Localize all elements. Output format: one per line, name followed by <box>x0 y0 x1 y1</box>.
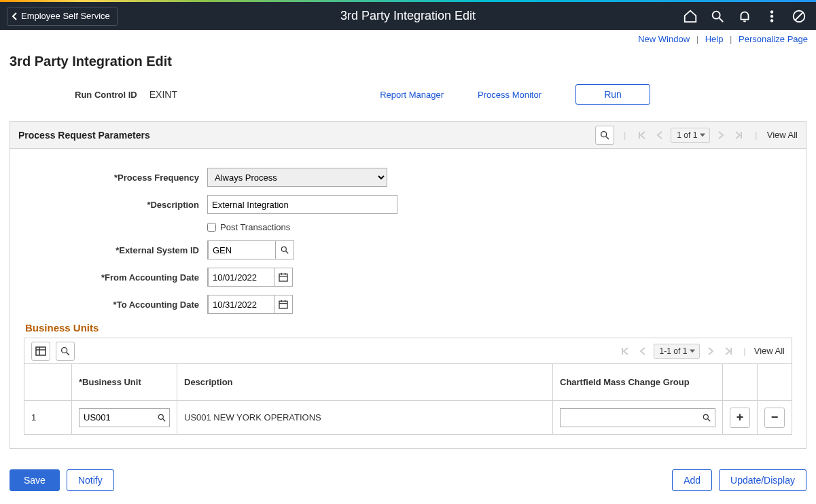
first-record-icon[interactable] <box>635 128 649 142</box>
to-date-calendar-icon[interactable] <box>274 299 292 310</box>
from-date-calendar-icon[interactable] <box>274 272 292 283</box>
section-header: Process Request Parameters | 1 of 1 | Vi… <box>10 122 806 149</box>
to-accounting-date-label: *To Accounting Date <box>24 300 207 310</box>
business-units-grid: *Business Unit Description Chartfield Ma… <box>24 363 792 435</box>
svg-line-1 <box>720 18 724 22</box>
page-utility-links: New Window | Help | Personalize Page <box>0 30 816 44</box>
svg-point-4 <box>770 19 773 22</box>
grid-prev-icon[interactable] <box>636 344 650 358</box>
from-accounting-date-input[interactable] <box>208 268 274 287</box>
grid-settings-icon <box>35 346 46 357</box>
business-unit-lookup-icon[interactable] <box>155 413 169 422</box>
col-description[interactable]: Description <box>177 364 553 401</box>
svg-point-9 <box>281 247 286 251</box>
separator: | <box>755 130 757 140</box>
new-window-link[interactable]: New Window <box>638 34 690 44</box>
description-input[interactable] <box>207 195 397 214</box>
run-control-row: Run Control ID EXINT Report Manager Proc… <box>0 75 816 121</box>
app-header-actions <box>683 9 816 24</box>
svg-line-6 <box>796 12 803 20</box>
external-system-lookup-icon[interactable] <box>276 245 294 255</box>
separator: | <box>696 34 698 44</box>
search-icon <box>599 130 610 141</box>
run-control-id-value: EXINT <box>149 89 177 100</box>
add-row-button[interactable]: + <box>730 408 750 428</box>
delete-row-button[interactable]: − <box>764 408 785 428</box>
process-monitor-link[interactable]: Process Monitor <box>478 90 542 100</box>
separator: | <box>743 346 745 356</box>
chartfield-group-lookup-icon[interactable] <box>699 413 715 422</box>
kebab-menu-icon[interactable] <box>764 9 779 24</box>
run-control-id-label: Run Control ID <box>75 90 137 100</box>
compass-icon[interactable] <box>792 9 806 24</box>
svg-rect-15 <box>279 301 287 308</box>
svg-point-24 <box>159 414 164 419</box>
from-accounting-date-label: *From Accounting Date <box>24 272 207 283</box>
grid-first-icon[interactable] <box>618 344 632 358</box>
row-description: US001 NEW YORK OPERATIONS <box>177 401 553 435</box>
record-nav: 1 of 1 <box>635 128 745 143</box>
svg-line-10 <box>286 251 289 254</box>
business-units-toolbar: 1-1 of 1 | View All <box>24 338 792 363</box>
page-title: 3rd Party Integration Edit <box>10 54 806 69</box>
svg-point-7 <box>601 131 607 137</box>
update-display-button[interactable]: Update/Display <box>719 469 806 491</box>
table-row: 1 US001 NEW YORK OPERATIONS <box>24 401 792 435</box>
grid-counter-select[interactable]: 1-1 of 1 <box>654 344 700 359</box>
view-all-link[interactable]: View All <box>767 130 798 140</box>
find-button[interactable] <box>595 126 614 145</box>
svg-rect-11 <box>279 274 287 281</box>
svg-line-23 <box>67 353 69 355</box>
external-system-id-label: *External System ID <box>24 245 207 255</box>
help-link[interactable]: Help <box>705 34 724 44</box>
col-business-unit[interactable]: *Business Unit <box>72 364 177 401</box>
post-transactions-checkbox[interactable] <box>207 223 216 232</box>
bell-icon[interactable] <box>737 9 752 24</box>
notify-button[interactable]: Notify <box>67 469 114 491</box>
search-icon[interactable] <box>710 9 725 24</box>
process-request-parameters-section: Process Request Parameters | 1 of 1 | Vi… <box>10 121 806 449</box>
find-in-grid-button[interactable] <box>56 342 75 361</box>
description-label: *Description <box>24 200 207 210</box>
grid-next-icon[interactable] <box>704 344 717 358</box>
svg-point-3 <box>770 15 773 18</box>
record-counter-select[interactable]: 1 of 1 <box>671 128 710 143</box>
separator: | <box>730 34 732 44</box>
run-button[interactable]: Run <box>575 84 650 105</box>
col-chartfield-mass-change-group[interactable]: Chartfield Mass Change Group <box>553 364 723 401</box>
form-body: *Process Frequency Always Process *Descr… <box>10 149 806 448</box>
grid-last-icon[interactable] <box>722 344 735 358</box>
section-title: Process Request Parameters <box>18 130 150 141</box>
post-transactions-label: Post Transactions <box>220 222 290 232</box>
next-record-icon[interactable] <box>714 128 728 142</box>
home-icon[interactable] <box>683 9 698 24</box>
app-header: Employee Self Service 3rd Party Integrat… <box>0 0 816 30</box>
external-system-id-input[interactable] <box>208 240 276 259</box>
report-manager-link[interactable]: Report Manager <box>380 90 444 100</box>
personalize-grid-button[interactable] <box>31 342 50 361</box>
svg-rect-19 <box>36 347 46 355</box>
chartfield-group-input[interactable] <box>561 409 699 427</box>
svg-point-0 <box>713 11 720 18</box>
page-heading-area: 3rd Party Integration Edit <box>0 44 816 75</box>
business-unit-input[interactable] <box>79 409 155 427</box>
save-button[interactable]: Save <box>10 469 60 491</box>
row-number: 1 <box>24 401 72 435</box>
prev-record-icon[interactable] <box>653 128 667 142</box>
business-units-title: Business Units <box>25 322 792 334</box>
back-button[interactable]: Employee Self Service <box>7 7 118 26</box>
bottom-toolbar: Save Notify Add Update/Display <box>0 463 816 504</box>
separator: | <box>624 130 626 140</box>
personalize-link[interactable]: Personalize Page <box>739 34 808 44</box>
section-header-tools: | 1 of 1 | View All <box>595 126 798 145</box>
svg-point-26 <box>704 414 709 419</box>
back-button-label: Employee Self Service <box>21 11 110 21</box>
process-frequency-select[interactable]: Always Process <box>207 168 387 187</box>
grid-header-row: *Business Unit Description Chartfield Ma… <box>24 364 792 401</box>
svg-line-25 <box>163 418 166 421</box>
last-record-icon[interactable] <box>732 128 745 142</box>
grid-view-all-link[interactable]: View All <box>754 346 785 356</box>
to-accounting-date-input[interactable] <box>208 295 274 314</box>
add-button[interactable]: Add <box>672 469 712 491</box>
svg-point-22 <box>62 347 67 353</box>
